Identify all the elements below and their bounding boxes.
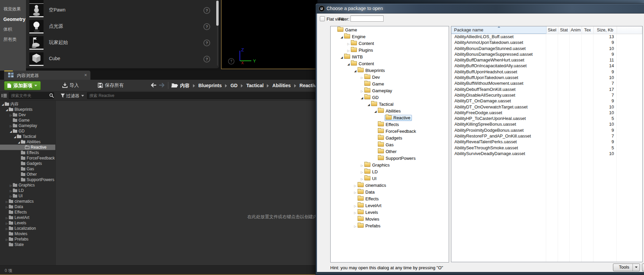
cb-tree-item-Gas[interactable]: Gas	[0, 166, 55, 172]
expanded-arrow-icon[interactable]: ◢	[339, 54, 344, 61]
dialog-tree-item-Levels[interactable]: ▷Levels	[331, 209, 449, 216]
back-arrow-icon[interactable]	[150, 82, 156, 88]
package-row[interactable]: AbilityKillingSpreeBonus.uasset10	[451, 121, 642, 127]
package-row[interactable]: AbilityProximityDodgeBonus.uasset9	[451, 127, 642, 133]
column-header-Tex[interactable]: Tex	[582, 26, 594, 34]
package-row[interactable]: AbilityAlliedInLOS_Buff.uasset13	[451, 34, 642, 40]
dialog-tree-item-SupportPowers[interactable]: SupportPowers	[331, 155, 449, 162]
filter-button[interactable]: 过滤器	[66, 93, 84, 99]
forward-arrow-icon[interactable]	[159, 82, 165, 88]
package-row[interactable]: AbilityDT_OnOverwatchTarget.uasset10	[451, 104, 642, 110]
dialog-tree-item-Tactical[interactable]: ◢Tactical	[331, 101, 449, 108]
open-folder-icon[interactable]	[171, 82, 178, 88]
dialog-tree-item-Other[interactable]: Other	[331, 148, 449, 155]
cb-tree-item-Gameplay[interactable]: ▷Gameplay	[0, 123, 55, 128]
dialog-tree-item-Dev[interactable]: ▷Dev	[331, 74, 449, 81]
expanded-arrow-icon[interactable]: ◢	[366, 101, 371, 108]
cb-tree-item-UI[interactable]: ▷UI	[0, 193, 55, 199]
palette-category-3[interactable]: 所有类	[0, 34, 26, 45]
dialog-tree-item-Game[interactable]: Game	[331, 27, 449, 33]
cb-tree-item-Data[interactable]: ▷Data	[0, 204, 55, 209]
package-row[interactable]: AbilityDT_OnDamage.uasset9	[451, 98, 642, 104]
collapsed-arrow-icon[interactable]: ▷	[353, 189, 358, 196]
dialog-tree-item-Engine[interactable]: ◢Engine	[331, 33, 449, 40]
palette-scrollbar[interactable]	[216, 1, 219, 26]
dialog-tree-item-Gadgets[interactable]: Gadgets	[331, 135, 449, 142]
cut-off-button[interactable]	[642, 264, 644, 271]
dialog-tree-item-Prefabs[interactable]: ▷Prefabs	[331, 223, 449, 229]
cb-tree-item-ForceFeedback[interactable]: ForceFeedback	[0, 155, 55, 161]
palette-item-空Pawn[interactable]: 空Pawn?	[26, 4, 219, 17]
palette-item-点光源[interactable]: 点光源?	[26, 20, 219, 33]
breadcrumb-内容[interactable]: 内容	[180, 83, 190, 88]
cb-tree-item-内容[interactable]: ◢内容	[0, 101, 55, 107]
dialog-tree-item-Gas[interactable]: Gas	[331, 142, 449, 148]
cb-tree-item-Slate[interactable]: Slate	[0, 242, 55, 247]
cb-tree-item-Gadgets[interactable]: Gadgets	[0, 161, 55, 166]
cb-tree-item-GD[interactable]: ◢GD	[0, 128, 55, 134]
expanded-arrow-icon[interactable]: ◢	[373, 108, 378, 115]
collapsed-arrow-icon[interactable]: ▷	[353, 223, 358, 230]
dialog-tree-item-Reactive[interactable]: Reactive	[331, 115, 449, 121]
filter-input[interactable]	[351, 16, 384, 22]
dialog-tree-item-Effects[interactable]: Effects	[331, 196, 449, 202]
package-row[interactable]: AbilityBuffUponHeadshot.uasset9	[451, 69, 642, 75]
package-row[interactable]: AbilitySeeThroughSmoke.uasset5	[451, 145, 642, 151]
cb-tree-item-Localization[interactable]: ▷Localization	[0, 226, 55, 231]
package-row[interactable]: AbilityHP_ToCasterUponHeal.uasset5	[451, 116, 642, 121]
cb-tree-item-Graphics[interactable]: ▷Graphics	[0, 182, 55, 188]
breadcrumb-Tactical[interactable]: Tactical	[246, 83, 263, 88]
package-row[interactable]: AbilityAmmoUponTakedown.uasset9	[451, 40, 642, 45]
collapsed-arrow-icon[interactable]: ▷	[353, 209, 358, 216]
dialog-tree-item-cinematics[interactable]: ▷cinematics	[331, 182, 449, 189]
flat-view-checkbox[interactable]	[320, 16, 325, 21]
asset-view[interactable]: 在此处放置文件或右键点击以创建内容。	[56, 101, 316, 266]
column-header-blank[interactable]	[617, 26, 642, 34]
package-row[interactable]: AbilityBuffOnIncapacitatedAlly.uasset14	[451, 63, 642, 69]
tab-content-browser[interactable]: 内容浏览器 ×	[4, 71, 90, 80]
cb-tree-item-LD[interactable]: ▷LD	[0, 188, 55, 193]
breadcrumb-GD[interactable]: GD	[230, 83, 237, 88]
import-button[interactable]: 导入	[62, 81, 79, 90]
cb-tree-item-Game[interactable]: Game	[0, 118, 55, 123]
column-header-Stat[interactable]: Stat	[558, 26, 570, 34]
cb-tree-item-Tactical[interactable]: ◢Tactical	[0, 134, 55, 139]
dialog-tree-item-Blueprints[interactable]: ◢Blueprints	[331, 67, 449, 74]
breadcrumb-Abilities[interactable]: Abilities	[272, 83, 290, 88]
level-viewport[interactable]: Z Y X ?	[221, 0, 317, 69]
tools-dropdown-icon[interactable]	[633, 264, 640, 271]
collapsed-arrow-icon[interactable]: ▷	[360, 74, 364, 81]
expanded-arrow-icon[interactable]: ◢	[360, 95, 364, 101]
collapsed-arrow-icon[interactable]: ▷	[360, 169, 364, 176]
package-row[interactable]: AbilityRevealTalentPerks.uasset9	[451, 139, 642, 145]
expanded-arrow-icon[interactable]: ◢	[353, 68, 358, 74]
collapsed-arrow-icon[interactable]: ▷	[346, 47, 351, 54]
cb-tree-item-Movies[interactable]: Movies	[0, 231, 55, 236]
search-folders-input[interactable]	[9, 92, 54, 99]
package-row[interactable]: AbilityBuffUponTakedown.uasset10	[451, 75, 642, 80]
palette-item-玩家起始[interactable]: 玩家起始?	[26, 36, 219, 50]
cb-tree-item-Abilities[interactable]: ◢Abilities	[0, 139, 55, 145]
cb-tree-item-Effects[interactable]: Effects	[0, 150, 55, 155]
column-header-Size, Kb[interactable]: Size, Kb	[593, 26, 617, 34]
package-row[interactable]: AbilityRestoreFP_andAP_OnKill.uasset7	[451, 133, 642, 139]
collapsed-arrow-icon[interactable]: ▷	[360, 176, 364, 182]
viewport-help-icon[interactable]: ?	[228, 58, 234, 65]
collapsed-arrow-icon[interactable]: ▷	[360, 162, 364, 169]
column-header-Anim[interactable]: Anim	[570, 26, 582, 34]
package-row[interactable]: AbilitySurviveDeadlyDamage.uasset10	[451, 151, 642, 156]
collapsed-arrow-icon[interactable]: ▷	[360, 88, 364, 95]
cb-tree-item-LevelArt[interactable]: ▷LevelArt	[0, 215, 55, 220]
collapsed-arrow-icon[interactable]: ▷	[353, 203, 358, 209]
tab-close-icon[interactable]: ×	[84, 72, 87, 78]
save-all-button[interactable]: 保存所有	[98, 81, 124, 90]
dialog-tree-item-GD[interactable]: ◢GD	[331, 94, 449, 101]
package-row[interactable]: AbilityBonusDamageStunned.uasset10	[451, 46, 642, 51]
tools-button[interactable]: Tools	[613, 264, 640, 271]
dialog-tree-item-Data[interactable]: ▷Data	[331, 189, 449, 196]
collapsed-arrow-icon[interactable]: ▷	[353, 182, 358, 189]
package-row[interactable]: AbilityBonusDamageSuppressed.uasset9	[451, 51, 642, 57]
dialog-tree-item-Gameplay[interactable]: ▷Gameplay	[331, 88, 449, 94]
dialog-tree-item-Plugins[interactable]: ▷Plugins	[331, 47, 449, 54]
cb-tree-item-Levels[interactable]: ▷Levels	[0, 220, 55, 226]
